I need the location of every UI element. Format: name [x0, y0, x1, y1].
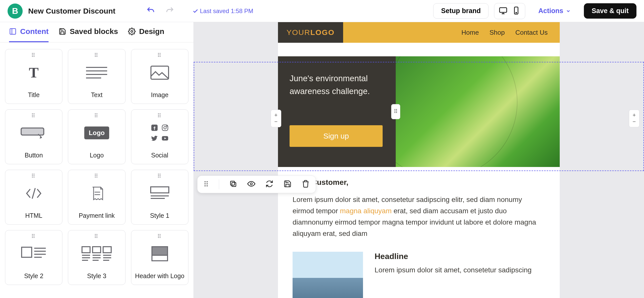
drag-handle-icon — [31, 173, 36, 180]
greeting-text[interactable]: Dear Customer, — [293, 178, 545, 187]
block-label: Title — [28, 91, 39, 99]
canvas[interactable]: YOURLOGO Home Shop Contact Us June's env… — [194, 22, 644, 298]
block-label: HTML — [25, 212, 42, 219]
block-social[interactable]: Social — [131, 109, 188, 164]
undo-icon[interactable] — [146, 6, 155, 16]
block-image[interactable]: Image — [131, 49, 188, 104]
body-section[interactable]: Dear Customer, Lorem ipsum dolor sit ame… — [278, 167, 560, 239]
block-title[interactable]: T Title — [5, 49, 62, 104]
block-style-2[interactable]: Style 2 — [5, 230, 62, 285]
block-label: Style 3 — [87, 272, 106, 280]
svg-rect-42 — [230, 181, 234, 185]
layout-icon — [9, 28, 17, 35]
story-headline[interactable]: Headline — [375, 252, 532, 261]
drag-handle-icon — [94, 233, 99, 240]
section-handle-left[interactable]: +− — [271, 110, 281, 127]
document-title[interactable]: New Customer Discount — [28, 7, 115, 15]
plus-icon: + — [633, 112, 636, 118]
save-quit-button[interactable]: Save & quit — [584, 3, 636, 19]
svg-rect-3 — [10, 29, 16, 34]
nav-shop[interactable]: Shop — [490, 29, 505, 36]
block-html[interactable]: HTML — [5, 170, 62, 225]
email-header[interactable]: YOURLOGO Home Shop Contact Us — [278, 22, 560, 43]
redo-icon[interactable] — [165, 6, 174, 16]
logo-text-2: LOGO — [310, 28, 335, 36]
logo-text-1: YOUR — [287, 28, 310, 36]
tab-saved-label: Saved blocks — [70, 27, 118, 36]
story-image[interactable] — [293, 252, 363, 298]
visibility-icon[interactable] — [247, 180, 255, 189]
tab-content-label: Content — [20, 27, 49, 36]
delete-icon[interactable] — [302, 180, 310, 189]
block-label: Style 2 — [24, 272, 43, 280]
svg-rect-19 — [151, 187, 169, 193]
save-icon — [59, 28, 66, 35]
email-logo[interactable]: YOURLOGO — [278, 22, 343, 43]
drag-handle-icon — [157, 113, 162, 119]
block-header-with-logo[interactable]: Header with Logo — [131, 230, 188, 285]
block-logo[interactable]: Logo Logo — [68, 109, 125, 164]
block-label: Payment link — [79, 212, 115, 219]
save-block-icon[interactable] — [284, 180, 292, 189]
block-style-3[interactable]: Style 3 — [68, 230, 125, 285]
hero-text-column[interactable]: June's environmental awareness challenge… — [278, 56, 396, 167]
block-label: Social — [151, 152, 168, 159]
svg-point-14 — [164, 126, 166, 129]
block-payment-link[interactable]: Payment link — [68, 170, 125, 225]
drag-handle-icon — [94, 113, 99, 119]
block-label: Logo — [90, 152, 104, 159]
block-label: Text — [91, 91, 103, 99]
body-paragraph[interactable]: Lorem ipsum dolor sit amet, consetetur s… — [293, 194, 545, 239]
block-label: Header with Logo — [135, 272, 184, 280]
svg-rect-28 — [93, 247, 101, 253]
story-paragraph[interactable]: Lorem ipsum dolor sit amet, consetetur s… — [375, 266, 532, 274]
block-text[interactable]: Text — [68, 49, 125, 104]
svg-rect-9 — [151, 66, 169, 79]
tab-content[interactable]: Content — [9, 27, 49, 42]
drag-handle-icon — [94, 52, 99, 59]
svg-point-43 — [250, 183, 252, 185]
block-button[interactable]: Button — [5, 109, 62, 164]
block-style-1[interactable]: Style 1 — [131, 170, 188, 225]
block-toolbar — [197, 176, 316, 193]
block-palette: T Title Text Image — [0, 42, 193, 291]
story-section[interactable]: Headline Lorem ipsum dolor sit amet, con… — [278, 239, 560, 298]
svg-rect-27 — [82, 247, 90, 253]
svg-point-15 — [166, 125, 167, 126]
nav-contact[interactable]: Contact Us — [515, 29, 548, 36]
column-drag-handle[interactable] — [391, 104, 400, 119]
drag-handle-icon — [31, 233, 36, 240]
nav-home[interactable]: Home — [461, 29, 479, 36]
svg-rect-39 — [152, 247, 168, 255]
para-link[interactable]: magna aliquyam — [340, 207, 391, 215]
duplicate-icon[interactable] — [229, 180, 237, 189]
drag-handle-icon — [31, 52, 36, 59]
section-handle-right[interactable]: +− — [629, 110, 639, 127]
hero-cta-button[interactable]: Sign up — [290, 125, 383, 147]
plus-icon: + — [274, 112, 278, 118]
desktop-icon[interactable] — [499, 6, 507, 16]
mobile-icon[interactable] — [512, 6, 520, 16]
header-logo-icon — [151, 235, 169, 272]
tab-saved-blocks[interactable]: Saved blocks — [59, 27, 118, 42]
button-icon — [21, 114, 47, 152]
drag-handle-icon — [157, 173, 162, 180]
sync-icon[interactable] — [265, 180, 273, 189]
tab-design-label: Design — [139, 27, 164, 36]
tab-design[interactable]: Design — [128, 27, 164, 42]
drag-handle-icon — [94, 173, 99, 180]
hero-heading[interactable]: June's environmental awareness challenge… — [290, 72, 384, 98]
hero-section[interactable]: June's environmental awareness challenge… — [278, 56, 560, 167]
check-icon — [192, 8, 198, 14]
block-label: Button — [25, 152, 43, 159]
email-preview[interactable]: YOURLOGO Home Shop Contact Us June's env… — [278, 22, 560, 298]
social-icon — [151, 114, 169, 152]
setup-brand-button[interactable]: Setup brand — [433, 3, 489, 19]
image-icon — [150, 54, 169, 91]
drag-handle-icon — [157, 52, 162, 59]
hero-image[interactable] — [396, 56, 560, 167]
drag-handle-icon[interactable] — [204, 180, 209, 189]
block-label: Image — [151, 91, 168, 99]
code-icon — [24, 175, 44, 212]
actions-menu[interactable]: Actions — [531, 4, 578, 18]
